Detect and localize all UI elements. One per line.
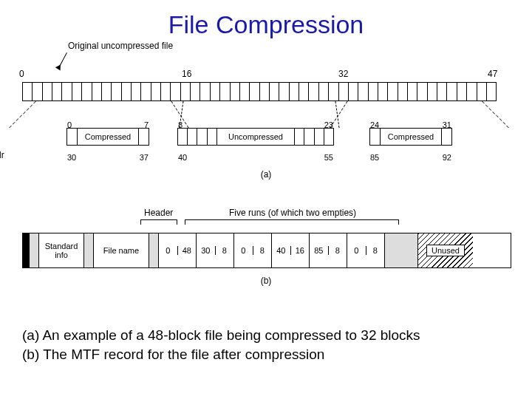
tick-47: 47 <box>488 69 497 79</box>
block-cell <box>339 83 349 100</box>
run-addr: 85 <box>310 246 329 255</box>
block-cell <box>437 83 447 100</box>
block-cell <box>398 83 408 100</box>
group-label: Compressed <box>385 129 437 145</box>
block-cell <box>102 83 112 100</box>
block-cell <box>43 83 52 100</box>
group-cell <box>188 129 197 145</box>
record-field: File name <box>94 233 149 267</box>
group-cell <box>315 129 324 145</box>
group-addr-right: 55 <box>324 149 333 166</box>
brace-header <box>140 219 177 225</box>
group-cell <box>304 129 314 145</box>
group-label: Compressed <box>82 129 134 145</box>
block-cell <box>260 83 270 100</box>
group-top-right: 31 <box>443 117 451 133</box>
block-cell <box>200 83 210 100</box>
group-top-left: 8 <box>178 117 183 133</box>
block-cell <box>319 83 329 100</box>
group-cell <box>197 129 207 145</box>
block-cell <box>112 83 121 100</box>
block-cell <box>23 83 33 100</box>
block-cell <box>231 83 240 100</box>
record-run: 308 <box>197 233 234 267</box>
group-top-left: 0 <box>67 117 72 133</box>
tick-32: 32 <box>338 69 348 79</box>
record-run: 4016 <box>272 233 310 267</box>
block-cell <box>457 83 467 100</box>
block-cell <box>122 83 132 100</box>
block-cell <box>290 83 299 100</box>
run-addr: 30 <box>197 246 216 255</box>
record-unused: Unused <box>418 233 473 267</box>
label-header: Header <box>144 208 173 218</box>
block-cell <box>270 83 279 100</box>
block-cell <box>349 83 358 100</box>
mtf-record: Standard infoFile name04830808401685808U… <box>22 233 511 268</box>
run-len: 16 <box>291 246 310 255</box>
run-len: 48 <box>178 246 197 255</box>
block-cell <box>358 83 368 100</box>
arrow-label: Original uncompressed file <box>68 41 173 51</box>
block-cell <box>467 83 477 100</box>
diagram-a: Original uncompressed file 0 16 32 47 Di… <box>15 52 517 200</box>
diagram-b: Header Five runs (of which two empties) … <box>15 208 517 304</box>
record-run: 048 <box>159 233 197 267</box>
group-compressed-2: 24 31 Compressed 85 92 <box>369 128 452 146</box>
disk-addr-label: Disk addr <box>0 150 4 160</box>
block-cell <box>161 83 171 100</box>
block-cell <box>299 83 309 100</box>
connector-line <box>482 101 509 128</box>
run-addr: 0 <box>234 246 253 255</box>
run-addr: 0 <box>159 246 178 255</box>
block-cell <box>250 83 259 100</box>
group-cell <box>285 129 295 145</box>
block-cell <box>151 83 161 100</box>
block-cell <box>417 83 427 100</box>
fig-a-caption: (a) <box>15 169 517 180</box>
block-cell <box>92 83 102 100</box>
block-cell <box>33 83 42 100</box>
block-cell <box>329 83 338 100</box>
run-addr: 0 <box>347 246 366 255</box>
block-cell <box>447 83 457 100</box>
block-cell <box>62 83 72 100</box>
block-cell <box>240 83 250 100</box>
group-addr-right: 37 <box>140 149 149 166</box>
record-run: 08 <box>234 233 272 267</box>
block-cell <box>191 83 200 100</box>
brace-runs <box>185 219 399 225</box>
block-cell <box>181 83 191 100</box>
block-cell <box>388 83 398 100</box>
record-field: Standard info <box>39 233 84 267</box>
group-addr-left: 40 <box>178 149 187 166</box>
block-cell <box>220 83 230 100</box>
run-len: 8 <box>253 246 272 255</box>
block-cell <box>141 83 151 100</box>
block-cell <box>72 83 82 100</box>
block-cell <box>408 83 417 100</box>
arrow-line <box>59 52 84 76</box>
tick-16: 16 <box>182 69 191 79</box>
group-cell <box>295 129 304 145</box>
record-run: 08 <box>347 233 385 267</box>
group-cell <box>208 129 217 145</box>
fig-b-caption: (b) <box>15 276 517 286</box>
block-cell <box>309 83 318 100</box>
block-cell <box>211 83 220 100</box>
original-file-strip <box>22 82 497 101</box>
group-addr-left: 85 <box>370 149 379 166</box>
block-cell <box>52 83 62 100</box>
group-label: Uncompressed <box>225 129 286 145</box>
record-run: 858 <box>310 233 347 267</box>
label-runs: Five runs (of which two empties) <box>229 208 356 218</box>
block-cell <box>279 83 289 100</box>
caption-block: (a) An example of a 48-block file being … <box>15 326 517 364</box>
caption-b: (b) The MTF record for the file after co… <box>22 345 517 364</box>
block-cell <box>428 83 437 100</box>
block-cell <box>477 83 487 100</box>
group-addr-left: 30 <box>67 149 76 166</box>
connector-line <box>9 101 36 128</box>
record-gap <box>30 233 39 267</box>
block-cell <box>132 83 141 100</box>
